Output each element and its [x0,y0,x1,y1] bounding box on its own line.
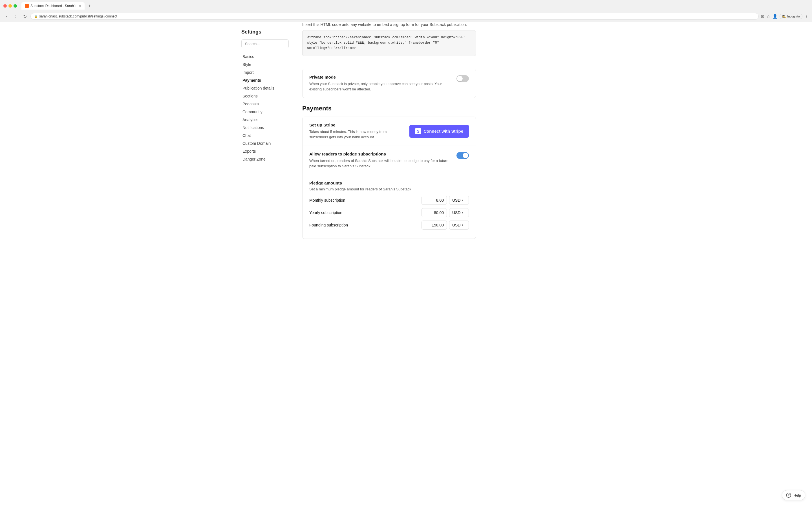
minimize-dot[interactable] [8,4,12,8]
sidebar-item-import[interactable]: Import [241,68,289,76]
pledge-amounts-title: Pledge amounts [309,180,469,185]
bookmark-icon[interactable]: ☆ [767,14,770,18]
private-mode-description: When your Substack is private, only peop… [309,81,452,92]
lock-icon: 🔒 [34,15,38,18]
incognito-icon: 🕵 [782,15,786,18]
pledge-toggle[interactable] [456,152,469,159]
yearly-currency-label: USD [452,210,461,215]
browser-dots [3,4,17,8]
browser-titlebar: Substack Dashboard - Sarah's ✕ + [0,0,812,12]
founding-inputs: USD ▾ [421,221,469,230]
sidebar-item-exports[interactable]: Exports [241,147,289,155]
yearly-subscription-row: Yearly subscription USD ▾ [309,208,469,217]
incognito-badge: 🕵 Incognito [779,14,802,19]
sidebar-item-payments[interactable]: Payments [241,76,289,84]
sidebar-title: Settings [241,29,289,35]
pledge-toggle-slider [456,152,469,159]
founding-subscription-row: Founding subscription USD ▾ [309,221,469,230]
help-icon: ? [786,493,791,498]
pledge-amounts-description: Set a minimum pledge amount for readers … [309,187,469,191]
sidebar-item-style[interactable]: Style [241,61,289,68]
cast-icon[interactable]: ⊡ [761,14,764,18]
close-dot[interactable] [3,4,7,8]
pledge-section: Allow readers to pledge subscriptions Wh… [303,146,476,175]
stripe-s-icon: S [415,128,421,134]
main-content: Insert this HTML code onto any website t… [293,22,485,507]
stripe-description: Takes about 5 minutes. This is how money… [309,129,405,140]
founding-label: Founding subscription [309,223,348,227]
private-mode-title: Private mode [309,75,452,79]
browser-chrome: Substack Dashboard - Sarah's ✕ + ‹ › ↻ 🔒… [0,0,812,22]
forward-button[interactable]: › [12,13,19,20]
private-mode-toggle[interactable] [456,75,469,82]
payments-card: Set up Stripe Takes about 5 minutes. Thi… [302,117,476,239]
pledge-description: When turned on, readers of Sarah's Subst… [309,158,452,169]
sidebar-item-danger-zone[interactable]: Danger Zone [241,155,289,163]
new-tab-button[interactable]: + [88,3,91,8]
private-mode-row: Private mode When your Substack is priva… [309,75,469,92]
founding-amount-input[interactable] [421,221,447,230]
sidebar-item-sections[interactable]: Sections [241,92,289,100]
stripe-info: Set up Stripe Takes about 5 minutes. Thi… [309,122,405,140]
monthly-currency-select[interactable]: USD ▾ [449,196,469,205]
pledge-title: Allow readers to pledge subscriptions [309,152,452,156]
monthly-inputs: USD ▾ [421,196,469,205]
yearly-label: Yearly subscription [309,210,342,215]
sidebar-item-basics[interactable]: Basics [241,53,289,61]
sidebar-item-chat[interactable]: Chat [241,131,289,139]
private-mode-toggle-slider [456,75,469,82]
page-layout: Settings Basics Style Import Payments Pu… [237,22,575,507]
address-url: sarahjonas1.substack.com/publish/setting… [39,14,117,18]
sidebar-item-podcasts[interactable]: Podcasts [241,100,289,108]
tab-title: Substack Dashboard - Sarah's [31,4,76,8]
embed-section: Insert this HTML code onto any website t… [302,22,476,62]
embed-code-block[interactable]: <iframe src="https://sarahjonas1.substac… [302,30,476,56]
sidebar-item-custom-domain[interactable]: Custom Domain [241,139,289,147]
stripe-title: Set up Stripe [309,122,405,127]
tab-favicon [25,4,29,8]
private-mode-content: Private mode When your Substack is priva… [309,75,452,92]
monthly-label: Monthly subscription [309,198,345,203]
reload-button[interactable]: ↻ [21,13,28,20]
search-input[interactable] [241,40,289,48]
pledge-amounts-section: Pledge amounts Set a minimum pledge amou… [303,175,476,238]
back-button[interactable]: ‹ [3,13,10,20]
yearly-currency-chevron: ▾ [462,211,463,214]
help-label: Help [794,493,801,497]
yearly-amount-input[interactable] [421,208,447,217]
sidebar-item-analytics[interactable]: Analytics [241,116,289,124]
incognito-label: Incognito [787,15,800,18]
sidebar-item-notifications[interactable]: Notifications [241,124,289,131]
maximize-dot[interactable] [13,4,17,8]
connect-stripe-button[interactable]: S Connect with Stripe [409,125,469,138]
stripe-setup-section: Set up Stripe Takes about 5 minutes. Thi… [303,117,476,146]
browser-tab[interactable]: Substack Dashboard - Sarah's ✕ [21,2,85,10]
menu-button[interactable]: ⋮ [805,14,809,18]
founding-currency-label: USD [452,223,461,227]
sidebar-item-publication-details[interactable]: Publication details [241,84,289,92]
embed-description: Insert this HTML code onto any website t… [302,22,476,27]
pledge-row: Allow readers to pledge subscriptions Wh… [309,152,469,169]
connect-stripe-label: Connect with Stripe [423,129,463,133]
monthly-currency-label: USD [452,198,461,203]
tab-close-button[interactable]: ✕ [79,4,81,8]
browser-toolbar: ‹ › ↻ 🔒 sarahjonas1.substack.com/publish… [0,12,812,22]
browser-actions: ⊡ ☆ 👤 🕵 Incognito ⋮ [761,14,809,19]
stripe-row: Set up Stripe Takes about 5 minutes. Thi… [309,122,469,140]
address-bar[interactable]: 🔒 sarahjonas1.substack.com/publish/setti… [31,13,759,20]
monthly-currency-chevron: ▾ [462,199,463,202]
pledge-content: Allow readers to pledge subscriptions Wh… [309,152,452,169]
profile-icon[interactable]: 👤 [772,14,777,18]
yearly-inputs: USD ▾ [421,208,469,217]
sidebar-item-community[interactable]: Community [241,108,289,116]
sidebar-nav: Basics Style Import Payments Publication… [241,53,289,163]
monthly-amount-input[interactable] [421,196,447,205]
yearly-currency-select[interactable]: USD ▾ [449,208,469,217]
founding-currency-select[interactable]: USD ▾ [449,221,469,230]
payments-section-title: Payments [302,105,476,112]
private-mode-card: Private mode When your Substack is priva… [302,69,476,98]
sidebar: Settings Basics Style Import Payments Pu… [237,22,293,507]
help-button[interactable]: ? Help [782,490,805,500]
founding-currency-chevron: ▾ [462,223,463,226]
monthly-subscription-row: Monthly subscription USD ▾ [309,196,469,205]
